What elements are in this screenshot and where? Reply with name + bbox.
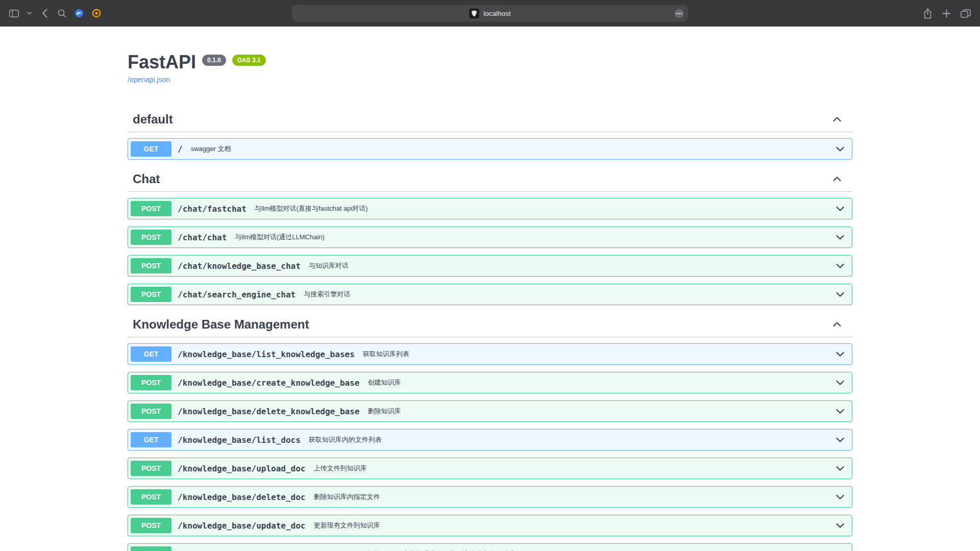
chevron-down-icon[interactable] <box>829 349 849 359</box>
tabs-icon <box>961 9 971 18</box>
endpoint-description: 与搜索引擎对话 <box>302 290 829 299</box>
chevron-down-icon[interactable] <box>829 549 849 551</box>
chevron-down-icon[interactable] <box>829 520 849 531</box>
endpoint-description: 与llm模型对话(通过LLMChain) <box>233 233 829 242</box>
method-badge: POST <box>131 230 172 245</box>
chevron-down-icon[interactable] <box>829 261 849 271</box>
method-badge: POST <box>131 518 172 533</box>
chevron-down-icon[interactable] <box>829 204 849 214</box>
endpoint-row[interactable]: POST /chat/search_engine_chat 与搜索引擎对话 <box>128 284 852 305</box>
endpoint-path: /chat/search_engine_chat <box>172 290 302 299</box>
sidebar-icon <box>9 10 19 17</box>
openapi-spec-link[interactable]: /openapi.json <box>128 76 170 84</box>
swagger-page: FastAPI 0.1.0 OAS 3.1 /openapi.json defa… <box>0 27 980 551</box>
sidebar-toggle-button[interactable] <box>8 6 20 21</box>
method-badge: POST <box>131 287 172 302</box>
chevron-up-icon[interactable] <box>832 174 842 184</box>
endpoint-row[interactable]: POST /knowledge_base/recreate_vector_sto… <box>128 543 852 551</box>
chevron-up-icon[interactable] <box>832 114 842 124</box>
extensions-more-button[interactable] <box>674 9 684 18</box>
endpoint-description: swagger 文档 <box>189 144 829 154</box>
endpoint-row[interactable]: POST /knowledge_base/delete_doc 删除知识库内指定… <box>128 486 852 508</box>
section-header[interactable]: Knowledge Base Management <box>128 312 852 337</box>
extension-orange-icon <box>92 9 101 18</box>
api-sections: default GET / swagger 文档 Chat POST /chat… <box>128 107 852 551</box>
endpoint-row[interactable]: POST /chat/fastchat 与llm模型对话(直接与fastchat… <box>128 198 852 219</box>
oas-badge: OAS 3.1 <box>232 55 266 66</box>
extension-blue-icon <box>75 9 84 18</box>
url-text: localhost <box>483 10 510 17</box>
endpoint-description: 删除知识库 <box>365 407 829 416</box>
chevron-down-icon[interactable] <box>829 144 849 154</box>
chevron-down-icon[interactable] <box>829 463 849 473</box>
chevron-down-icon[interactable] <box>829 378 849 388</box>
toolbar-right-group <box>922 6 972 21</box>
version-badge: 0.1.0 <box>202 55 226 66</box>
method-badge: POST <box>131 489 172 505</box>
endpoint-path: /knowledge_base/create_knowledge_base <box>172 378 365 388</box>
section-title: default <box>133 112 173 127</box>
endpoint-row[interactable]: GET / swagger 文档 <box>128 138 852 160</box>
extension-blue-button[interactable] <box>74 6 85 21</box>
endpoint-path: /chat/chat <box>172 233 233 242</box>
endpoint-description: 创建知识库 <box>365 378 829 387</box>
endpoint-row[interactable]: GET /knowledge_base/list_knowledge_bases… <box>128 343 852 365</box>
section-title: Chat <box>133 172 160 186</box>
endpoint-row[interactable]: POST /knowledge_base/create_knowledge_ba… <box>128 372 852 393</box>
endpoint-row[interactable]: POST /knowledge_base/delete_knowledge_ba… <box>128 400 852 422</box>
endpoint-path: /knowledge_base/list_knowledge_bases <box>172 349 361 359</box>
endpoint-row[interactable]: GET /knowledge_base/list_docs 获取知识库内的文件列… <box>128 429 852 450</box>
method-badge: POST <box>131 375 172 390</box>
endpoint-description: 获取知识库内的文件列表 <box>307 435 829 444</box>
endpoint-path: /knowledge_base/delete_doc <box>172 492 311 502</box>
chevron-down-icon[interactable] <box>829 435 849 445</box>
chevron-down-icon[interactable] <box>829 232 849 242</box>
section-header[interactable]: default <box>128 107 852 132</box>
endpoint-row[interactable]: POST /knowledge_base/upload_doc 上传文件到知识库 <box>128 458 852 479</box>
extension-orange-button[interactable] <box>91 6 102 21</box>
more-ellipsis-icon <box>674 9 684 18</box>
endpoint-description: 上传文件到知识库 <box>311 464 829 473</box>
section-body: POST /chat/fastchat 与llm模型对话(直接与fastchat… <box>128 198 852 305</box>
api-section: default GET / swagger 文档 <box>128 107 852 160</box>
share-icon <box>923 8 932 19</box>
share-button[interactable] <box>922 6 933 21</box>
plus-icon <box>942 9 951 18</box>
chevron-up-icon[interactable] <box>832 319 842 330</box>
method-badge: POST <box>131 461 172 476</box>
endpoint-description: 与llm模型对话(直接与fastchat api对话) <box>253 204 829 213</box>
endpoint-row[interactable]: POST /chat/chat 与llm模型对话(通过LLMChain) <box>128 227 852 248</box>
endpoint-description: 更新现有文件到知识库 <box>311 521 829 530</box>
chevron-down-icon[interactable] <box>829 492 849 502</box>
sidebar-menu-button[interactable] <box>26 6 33 21</box>
chevron-down-icon[interactable] <box>829 406 849 416</box>
address-bar[interactable]: localhost <box>292 5 688 22</box>
back-button[interactable] <box>39 6 50 21</box>
endpoint-description: 删除知识库内指定文件 <box>311 492 829 502</box>
endpoint-path: /knowledge_base/delete_knowledge_base <box>172 407 365 416</box>
chevron-down-icon[interactable] <box>829 289 849 299</box>
section-header[interactable]: Chat <box>128 167 852 192</box>
endpoint-path: /knowledge_base/update_doc <box>172 521 311 531</box>
chevron-down-icon <box>27 12 32 15</box>
endpoint-row[interactable]: POST /chat/knowledge_base_chat 与知识库对话 <box>128 255 852 277</box>
method-badge: POST <box>131 258 172 273</box>
method-badge: GET <box>131 141 172 157</box>
method-badge: POST <box>131 201 172 216</box>
swagger-wrap: FastAPI 0.1.0 OAS 3.1 /openapi.json defa… <box>117 52 863 551</box>
tab-overview-button[interactable] <box>960 6 972 21</box>
search-button[interactable] <box>56 6 67 21</box>
endpoint-path: /knowledge_base/recreate_vector_store <box>172 549 365 551</box>
endpoint-path: /chat/knowledge_base_chat <box>172 261 307 271</box>
section-title: Knowledge Base Management <box>133 317 309 332</box>
endpoint-description: 获取知识库列表 <box>361 349 829 359</box>
endpoint-row[interactable]: POST /knowledge_base/update_doc 更新现有文件到知… <box>128 515 852 536</box>
page-title: FastAPI <box>128 52 196 72</box>
search-icon <box>58 9 66 18</box>
endpoint-path: /knowledge_base/upload_doc <box>172 464 311 473</box>
endpoint-path: / <box>172 144 189 154</box>
privacy-shield-icon <box>469 8 479 18</box>
back-chevron-icon <box>42 9 47 18</box>
endpoint-description: 与知识库对话 <box>307 261 829 270</box>
new-tab-button[interactable] <box>941 6 952 21</box>
